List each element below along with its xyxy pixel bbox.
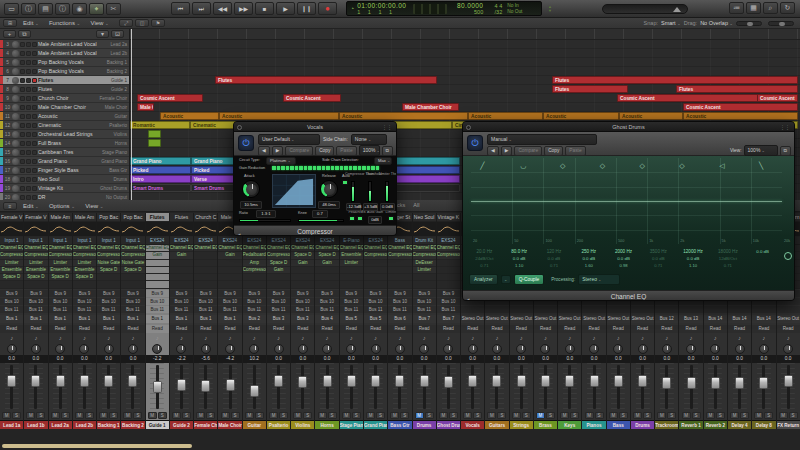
fx-slot[interactable]: Channel EQ xyxy=(364,245,387,251)
solo-button[interactable]: S xyxy=(231,412,240,419)
region[interactable]: Grand Piano xyxy=(130,157,191,165)
fx-slot[interactable]: Space D xyxy=(121,267,144,273)
strip-channel-label[interactable]: Lead 2b xyxy=(73,420,96,429)
fx-slot[interactable] xyxy=(437,260,460,266)
send-slot[interactable] xyxy=(485,306,508,313)
fx-slot[interactable] xyxy=(218,281,241,287)
volume-value[interactable]: 0.0 xyxy=(291,355,314,363)
strip-channel-label[interactable]: Backing 2 xyxy=(121,420,144,429)
mixer-h-scrollbar[interactable] xyxy=(2,444,192,448)
eq-thumbnail[interactable] xyxy=(146,222,169,237)
solo-button[interactable]: S xyxy=(158,412,167,419)
strip-channel-label[interactable]: Violins xyxy=(291,420,314,429)
channel-strip[interactable]: FlutesEXS24Channel EQGainBus 9Bus 10Bus … xyxy=(170,213,193,429)
h-zoom-slider[interactable] xyxy=(736,21,762,26)
automation-mode[interactable]: Read xyxy=(607,325,630,333)
input-slot[interactable]: EXS24 xyxy=(146,237,169,245)
volume-value[interactable]: 10.2 xyxy=(243,355,266,363)
mute-button[interactable]: M xyxy=(75,412,84,419)
input-slot[interactable]: Input 1 xyxy=(0,237,23,245)
fx-slot[interactable] xyxy=(170,274,193,280)
record-enable-button[interactable] xyxy=(32,78,37,83)
record-enable-button[interactable] xyxy=(32,186,37,191)
channel-strip[interactable]: Male AmInput 1Channel EQCompressorLimite… xyxy=(49,213,72,429)
automation-mode[interactable]: Read xyxy=(73,325,96,333)
send-slot[interactable]: Bus 11 xyxy=(388,306,411,313)
fx-slot[interactable]: Compressor xyxy=(0,252,23,258)
band-q[interactable]: 0.71 xyxy=(467,262,502,269)
volume-value[interactable]: 0.0 xyxy=(558,355,581,363)
solo-button[interactable]: S xyxy=(789,412,798,419)
automation-mode[interactable]: Read xyxy=(315,325,338,333)
pan-knob[interactable] xyxy=(686,344,696,354)
fx-slot[interactable]: Limiter xyxy=(73,260,96,266)
solo-button[interactable]: S xyxy=(522,412,531,419)
pan-knob[interactable] xyxy=(516,344,526,354)
mute-button[interactable]: M xyxy=(245,412,254,419)
solo-button[interactable]: S xyxy=(109,412,118,419)
fx-slot[interactable]: Channel EQ xyxy=(146,245,169,251)
mute-button[interactable]: M xyxy=(487,412,496,419)
mute-button[interactable]: M xyxy=(730,412,739,419)
automation-mode[interactable]: Read xyxy=(243,325,266,333)
fx-slot[interactable]: Space D xyxy=(24,274,47,280)
attack-knob[interactable] xyxy=(242,180,260,198)
volume-value[interactable]: -5.6 xyxy=(194,355,217,363)
pointer-tool-icon[interactable]: ⤢ xyxy=(119,19,133,27)
send-slot[interactable]: Bus 11 xyxy=(437,306,460,313)
solo-button[interactable] xyxy=(26,150,31,155)
volume-fader[interactable] xyxy=(24,363,47,411)
duplicate-track-button[interactable]: ⧉ xyxy=(18,30,31,38)
mute-button[interactable]: M xyxy=(585,412,594,419)
send-slot[interactable]: Bus 11 xyxy=(364,306,387,313)
pan-knob[interactable] xyxy=(249,344,259,354)
automation-mode[interactable]: Read xyxy=(121,325,144,333)
volume-fader[interactable] xyxy=(49,363,72,411)
playhead[interactable] xyxy=(131,29,132,200)
automation-mode[interactable]: Read xyxy=(291,325,314,333)
fader-cap[interactable] xyxy=(250,385,259,397)
pan-knob[interactable] xyxy=(104,344,114,354)
strip-channel-label[interactable]: Stage Piano xyxy=(340,420,363,429)
lcd-division[interactable]: /32 xyxy=(486,9,502,15)
record-enable-button[interactable] xyxy=(32,87,37,92)
knee-value[interactable]: 0.7 xyxy=(312,210,328,218)
output-slot[interactable]: Stereo Out xyxy=(534,315,557,323)
input-slot[interactable]: Bass xyxy=(388,237,411,245)
send-slot[interactable] xyxy=(777,306,800,313)
output-slot[interactable]: Bus 5 xyxy=(340,315,363,323)
fx-slot[interactable] xyxy=(121,281,144,287)
record-button[interactable]: ● xyxy=(318,2,337,15)
eq-thumbnail[interactable] xyxy=(170,222,193,237)
send-slot[interactable]: Bus 9 xyxy=(121,290,144,297)
fx-slot[interactable] xyxy=(340,281,363,287)
record-enable-button[interactable] xyxy=(32,177,37,182)
copy-button[interactable]: Copy xyxy=(544,146,563,156)
channel-strip[interactable]: Pop BacInput 1Channel EQCompressorNoise … xyxy=(121,213,144,429)
mute-button[interactable]: M xyxy=(269,412,278,419)
record-enable-button[interactable] xyxy=(32,132,37,137)
band-gain[interactable]: 0.0 dB xyxy=(606,255,641,262)
output-slot[interactable]: Stereo Out xyxy=(631,315,654,323)
fx-slot[interactable]: Compressor xyxy=(49,252,72,258)
volume-value[interactable]: 0.0 xyxy=(704,355,727,363)
output-slot[interactable]: Bus 14 xyxy=(728,315,751,323)
volume-value[interactable]: 0.0 xyxy=(461,355,484,363)
automation-mode[interactable]: Read xyxy=(218,325,241,333)
record-enable-button[interactable] xyxy=(32,96,37,101)
record-enable-button[interactable] xyxy=(32,114,37,119)
output-slot[interactable]: Bus 1 xyxy=(146,315,169,323)
strip-channel-label[interactable]: Delay 4 xyxy=(728,420,751,429)
strip-channel-label[interactable]: Lead 1a xyxy=(0,420,23,429)
pan-knob[interactable] xyxy=(346,344,356,354)
solo-button[interactable]: S xyxy=(692,412,701,419)
solo-button[interactable] xyxy=(26,69,31,74)
mixer-tab-all[interactable]: All xyxy=(413,202,419,208)
output-slot[interactable]: Bus 1 xyxy=(194,315,217,323)
fx-slot[interactable]: Channel EQ xyxy=(291,245,314,251)
channel-strip[interactable]: FlutesEXS24Channel EQGainBus 9Bus 10Bus … xyxy=(146,213,169,429)
fx-slot[interactable] xyxy=(340,274,363,280)
mute-button[interactable]: M xyxy=(196,412,205,419)
solo-button[interactable] xyxy=(26,78,31,83)
fx-slot[interactable]: Compressor xyxy=(388,252,411,258)
